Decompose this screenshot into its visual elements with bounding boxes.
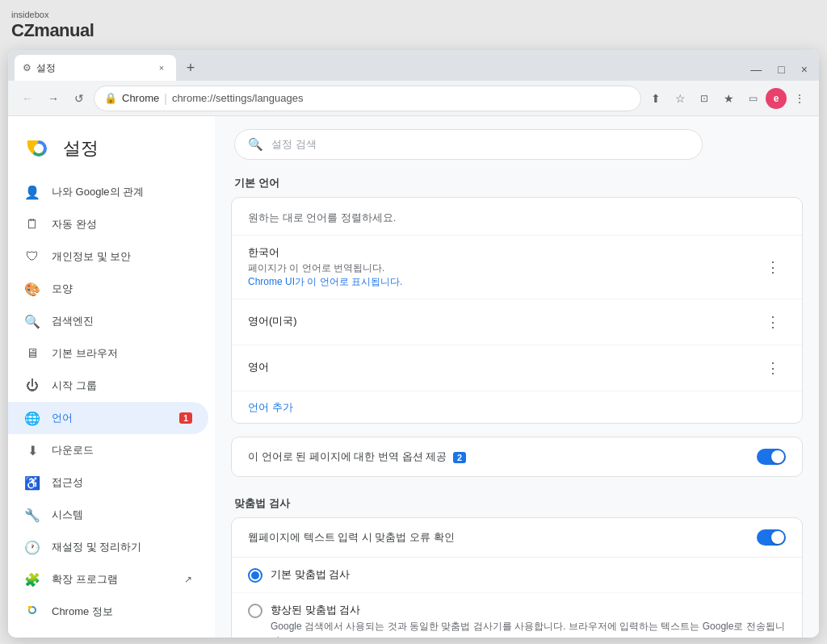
search-placeholder-text: 설정 검색 xyxy=(271,137,317,152)
profile-icon: 👤 xyxy=(24,185,40,200)
forward-button[interactable]: → xyxy=(42,87,65,110)
browser-tab[interactable]: ⚙ 설정 × xyxy=(15,55,176,81)
more-menu-button[interactable]: ⋮ xyxy=(788,87,811,110)
sidebar-item-search[interactable]: 🔍 검색엔진 xyxy=(8,305,208,337)
language-info-korean: 한국어 페이지가 이 언어로 번역됩니다. Chrome UI가 이 언어로 표… xyxy=(248,245,760,289)
globe-icon: 🔒 xyxy=(104,92,117,104)
radio-basic-circle xyxy=(248,568,262,583)
language-sub1-korean: 페이지가 이 언어로 번역됩니다. xyxy=(248,261,760,275)
reset-icon: 🕐 xyxy=(24,540,40,555)
sidebar-label-appearance: 모양 xyxy=(52,282,192,296)
sidebar-item-privacy[interactable]: 🛡 개인정보 및 보안 xyxy=(8,240,208,273)
window-close[interactable]: × xyxy=(796,63,812,76)
language-name-english: 영어 xyxy=(248,360,760,374)
language-badge: 1 xyxy=(179,412,192,424)
sidebar-item-extensions[interactable]: 🧩 확장 프로그램 ↗ xyxy=(8,563,208,596)
sidebar-item-autofill[interactable]: 🗒 자동 완성 xyxy=(8,208,208,240)
sidebar-label-downloads: 다운로드 xyxy=(52,443,192,458)
watermark: insidebox CZmanual xyxy=(11,10,94,42)
sidebar-item-system[interactable]: 🔧 시스템 xyxy=(8,499,208,531)
add-language-link[interactable]: 언어 추가 xyxy=(248,401,293,413)
window-controls: — □ × xyxy=(745,63,812,76)
language-sub2-korean: Chrome UI가 이 언어로 표시됩니다. xyxy=(248,275,760,289)
external-link-icon: ↗ xyxy=(184,574,192,585)
language-row-korean: 한국어 페이지가 이 언어로 번역됩니다. Chrome UI가 이 언어로 표… xyxy=(232,236,802,299)
translate-toggle-switch[interactable] xyxy=(757,449,786,465)
sidebar-item-language[interactable]: 🌐 언어 1 xyxy=(8,402,208,434)
spellcheck-toggle-row: 웹페이지에 텍스트 입력 시 맞춤법 오류 확인 xyxy=(232,518,802,558)
bookmarks-button[interactable]: ★ xyxy=(717,87,740,110)
window-minimize[interactable]: — xyxy=(745,63,766,76)
tab-close-button[interactable]: × xyxy=(155,61,168,74)
sidebar: 설정 👤 나와 Google의 관계 🗒 자동 완성 🛡 개인정보 및 보안 🎨… xyxy=(8,116,215,638)
spell-check-card: 웹페이지에 텍스트 입력 시 맞춤법 오류 확인 기본 맞춤법 검사 향상된 맞… xyxy=(231,517,803,638)
radio-option-basic[interactable]: 기본 맞춤법 검사 xyxy=(232,558,802,593)
share-button[interactable]: ⬆ xyxy=(644,87,667,110)
tab-title: 설정 xyxy=(36,61,150,75)
radio-option-enhanced[interactable]: 향상된 맞춤법 검사 Google 검색에서 사용되는 것과 동일한 맞춤법 검… xyxy=(232,593,802,638)
address-bar[interactable]: 🔒 Chrome | chrome://settings/languages xyxy=(94,86,641,111)
sidebar-item-appearance[interactable]: 🎨 모양 xyxy=(8,273,208,305)
sidebar-label-system: 시스템 xyxy=(52,508,192,522)
accessibility-icon: ♿ xyxy=(24,475,40,491)
appearance-icon: 🎨 xyxy=(24,282,40,297)
toolbar-actions: ⬆ ☆ ⊡ ★ ▭ e ⋮ xyxy=(644,87,811,110)
sidebar-item-accessibility[interactable]: ♿ 접근성 xyxy=(8,466,208,499)
sidebar-item-reset[interactable]: 🕐 재설정 및 정리하기 xyxy=(8,531,208,563)
settings-page-title: 설정 xyxy=(63,136,99,161)
chrome-logo-icon xyxy=(24,134,53,163)
autofill-icon: 🗒 xyxy=(24,217,40,232)
refresh-button[interactable]: ↺ xyxy=(68,87,90,110)
privacy-icon: 🛡 xyxy=(24,249,40,264)
main-content: 🔍 설정 검색 기본 언어 원하는 대로 언어를 정렬하세요. 한국어 페이지가… xyxy=(215,116,819,638)
search-bar-wrapper: 🔍 설정 검색 xyxy=(215,116,819,169)
language-name-english-us: 영어(미국) xyxy=(248,314,760,328)
radio-enhanced-title: 향상된 맞춤법 검사 xyxy=(271,603,786,617)
downloads-icon: ⬇ xyxy=(24,443,40,458)
window-maximize[interactable]: □ xyxy=(773,63,789,76)
sidebar-item-profile[interactable]: 👤 나와 Google의 관계 xyxy=(8,176,208,208)
sidebar-label-autofill: 자동 완성 xyxy=(52,217,192,232)
sidebar-label-startup: 시작 그룹 xyxy=(52,378,192,393)
sidebar-label-profile: 나와 Google의 관계 xyxy=(52,185,192,199)
sidebar-button[interactable]: ▭ xyxy=(741,87,764,110)
english-us-menu-button[interactable]: ⋮ xyxy=(760,309,786,335)
language-info-english: 영어 xyxy=(248,360,760,376)
sidebar-item-startup[interactable]: ⏻ 시작 그룹 xyxy=(8,370,208,402)
address-url: chrome://settings/languages xyxy=(172,92,304,104)
system-icon: 🔧 xyxy=(24,508,40,523)
profile-avatar[interactable]: e xyxy=(766,88,787,109)
sidebar-item-chrome-info[interactable]: Chrome 정보 xyxy=(8,596,208,628)
radio-enhanced-text: 향상된 맞춤법 검사 Google 검색에서 사용되는 것과 동일한 맞춤법 검… xyxy=(271,603,786,638)
english-menu-button[interactable]: ⋮ xyxy=(760,355,786,381)
svg-point-5 xyxy=(30,608,35,613)
new-tab-button[interactable]: + xyxy=(179,56,202,79)
back-button[interactable]: ← xyxy=(16,87,39,110)
translate-toggle-row: 이 언어로 된 페이지에 대한 번역 옵션 제공 2 xyxy=(231,437,803,477)
language-info-english-us: 영어(미국) xyxy=(248,314,760,330)
language-card: 원하는 대로 언어를 정렬하세요. 한국어 페이지가 이 언어로 번역됩니다. … xyxy=(231,197,803,424)
sidebar-label-browser: 기본 브라우저 xyxy=(52,346,192,361)
browser-icon: 🖥 xyxy=(24,346,40,361)
screenshot-button[interactable]: ⊡ xyxy=(693,87,716,110)
radio-basic-title: 기본 맞춤법 검사 xyxy=(271,567,786,582)
translate-toggle-label: 이 언어로 된 페이지에 대한 번역 옵션 제공 2 xyxy=(248,450,747,464)
address-divider: | xyxy=(164,92,167,105)
search-icon: 🔍 xyxy=(248,137,263,152)
settings-search-bar[interactable]: 🔍 설정 검색 xyxy=(234,129,703,160)
spellcheck-toggle-switch[interactable] xyxy=(757,529,786,546)
translate-badge: 2 xyxy=(453,452,466,463)
sidebar-label-search: 검색엔진 xyxy=(52,314,192,328)
language-section-title: 기본 언어 xyxy=(215,169,819,197)
watermark-bottom: CZmanual xyxy=(11,20,94,41)
spellcheck-section-title: 맞춤법 검사 xyxy=(215,490,819,517)
sidebar-label-extensions: 확장 프로그램 xyxy=(52,572,173,587)
sidebar-label-privacy: 개인정보 및 보안 xyxy=(52,249,192,264)
svg-point-2 xyxy=(34,144,44,153)
toolbar: ← → ↺ 🔒 Chrome | chrome://settings/langu… xyxy=(8,81,819,116)
korean-menu-button[interactable]: ⋮ xyxy=(760,254,786,280)
sidebar-item-browser[interactable]: 🖥 기본 브라우저 xyxy=(8,337,208,370)
sidebar-item-downloads[interactable]: ⬇ 다운로드 xyxy=(8,434,208,466)
bookmark-star-button[interactable]: ☆ xyxy=(669,87,691,110)
content-area: 설정 👤 나와 Google의 관계 🗒 자동 완성 🛡 개인정보 및 보안 🎨… xyxy=(8,116,819,638)
